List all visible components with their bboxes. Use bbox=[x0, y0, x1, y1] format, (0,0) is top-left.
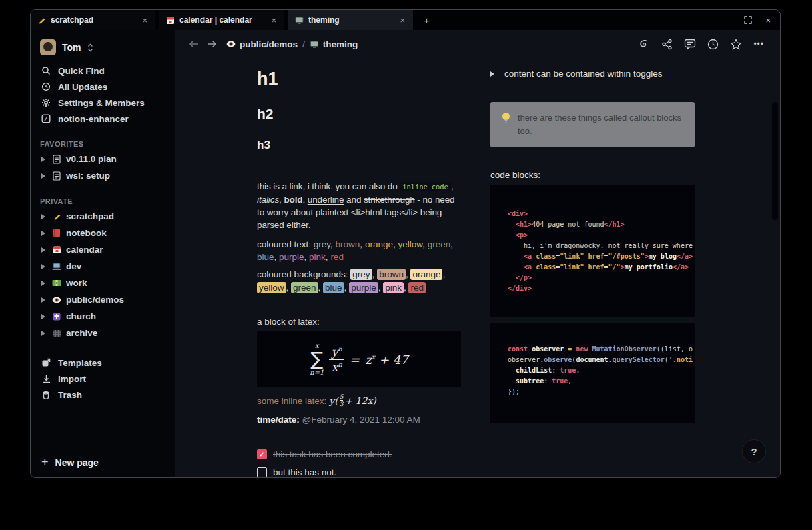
expand-toggle-icon[interactable] bbox=[41, 157, 45, 162]
calendar-icon bbox=[51, 245, 62, 254]
help-button[interactable]: ? bbox=[743, 440, 765, 463]
expand-toggle-icon[interactable] bbox=[41, 281, 45, 286]
trash-icon bbox=[40, 391, 52, 399]
sidebar-item-trash[interactable]: Trash bbox=[31, 387, 175, 403]
code-block-html[interactable]: <div> <h1>404 page not found</h1> <p> hi… bbox=[490, 185, 695, 317]
sidebar-item-label: v0.11.0 plan bbox=[66, 154, 117, 164]
coloured-chip: yellow bbox=[398, 239, 422, 249]
sidebar-item-church[interactable]: church bbox=[31, 308, 175, 325]
coloured-chip: grey bbox=[314, 239, 330, 249]
sidebar-item-wsl-setup[interactable]: wsl: setup bbox=[31, 167, 175, 184]
more-options-icon[interactable]: ••• bbox=[753, 39, 764, 49]
code-block-js[interactable]: const observer = new MutationObserver((l… bbox=[490, 323, 695, 423]
coloured-chip: green bbox=[428, 239, 451, 249]
new-page-button[interactable]: + New page bbox=[31, 447, 175, 477]
workspace-avatar bbox=[40, 39, 56, 55]
workspace-chevron-icon bbox=[87, 43, 93, 52]
breadcrumb-theming[interactable]: theming bbox=[310, 39, 358, 49]
tab-scratchpad[interactable]: scratchpad × bbox=[31, 10, 155, 30]
close-icon[interactable]: × bbox=[139, 15, 150, 25]
sidebar-item-notion-enhancer[interactable]: notion-enhancer bbox=[31, 111, 175, 127]
close-icon[interactable]: × bbox=[268, 15, 279, 25]
callout-block: there are these things called callout bl… bbox=[490, 102, 695, 147]
forward-arrow-icon[interactable] bbox=[206, 39, 217, 49]
expand-toggle-icon[interactable] bbox=[41, 247, 45, 253]
sidebar-item-label: wsl: setup bbox=[66, 171, 110, 181]
expand-toggle-icon[interactable] bbox=[41, 214, 45, 219]
sidebar-item-work[interactable]: work bbox=[31, 275, 175, 291]
favorites-section-label: FAVORITES bbox=[40, 140, 166, 148]
coloured-chip: blue bbox=[257, 252, 274, 262]
close-icon[interactable]: × bbox=[765, 15, 771, 25]
sidebar-item-calendar[interactable]: calendar bbox=[31, 241, 175, 258]
comment-icon[interactable] bbox=[684, 39, 696, 50]
expand-toggle-icon[interactable] bbox=[41, 314, 45, 319]
sidebar-item-label: Templates bbox=[58, 358, 102, 368]
private-section-label: PRIVATE bbox=[40, 197, 166, 205]
star-icon[interactable] bbox=[730, 39, 742, 50]
expand-toggle-icon[interactable] bbox=[41, 231, 45, 236]
tab-label: scratchpad bbox=[51, 15, 139, 25]
coloured-chip: orange bbox=[410, 269, 442, 280]
workspace-switcher[interactable]: Tom bbox=[36, 36, 170, 59]
sidebar-item-label: Trash bbox=[58, 390, 82, 400]
expand-toggle-icon[interactable] bbox=[41, 331, 45, 336]
sidebar-item-quick-find[interactable]: Quick Find bbox=[31, 63, 175, 79]
tab-calendar[interactable]: calendar | calendar × bbox=[159, 10, 284, 30]
checkbox-unchecked[interactable] bbox=[257, 467, 267, 477]
eye-icon bbox=[226, 41, 236, 47]
gear-icon bbox=[40, 98, 52, 107]
maximize-icon[interactable] bbox=[744, 16, 752, 24]
sidebar-item-import[interactable]: Import bbox=[31, 371, 175, 387]
date-mention[interactable]: @February 4, 2021 12:00 AM bbox=[302, 415, 420, 425]
scrollbar-thumb[interactable] bbox=[772, 102, 778, 220]
sidebar-item-dev[interactable]: dev bbox=[31, 258, 175, 275]
coloured-chip: grey bbox=[350, 269, 372, 280]
sidebar-item-public-demos[interactable]: public/demos bbox=[31, 291, 175, 308]
expand-toggle-icon[interactable] bbox=[41, 173, 45, 179]
checkbox-checked[interactable]: ✓ bbox=[257, 449, 267, 459]
coloured-chip: green bbox=[291, 282, 318, 293]
sidebar-item-notebook[interactable]: notebook bbox=[31, 225, 175, 241]
coloured-chip: pink bbox=[309, 252, 326, 262]
tab-theming[interactable]: theming × bbox=[288, 10, 413, 30]
sidebar-item-templates[interactable]: Templates bbox=[31, 355, 175, 371]
top-bar: public/demos / theming ••• bbox=[175, 30, 780, 58]
new-tab-button[interactable]: + bbox=[417, 15, 436, 26]
app-window: scratchpad × calendar | calendar × themi… bbox=[30, 9, 781, 478]
sidebar-item-scratchpad[interactable]: scratchpad bbox=[31, 208, 175, 225]
sidebar-item-v0110-plan[interactable]: v0.11.0 plan bbox=[31, 151, 175, 167]
coloured-chip: brown bbox=[377, 269, 406, 280]
focus-swirl-icon[interactable] bbox=[637, 38, 650, 50]
page-content: h1 h2 h3 this is a link, i think. you ca… bbox=[175, 58, 780, 478]
heading-h1: h1 bbox=[257, 67, 461, 90]
rich-text-paragraph: this is a link, i think. you can also do… bbox=[257, 180, 461, 231]
share-icon[interactable] bbox=[661, 39, 673, 50]
expand-toggle-icon[interactable] bbox=[41, 297, 45, 303]
lightbulb-icon bbox=[501, 112, 511, 138]
church-icon bbox=[51, 313, 62, 321]
inline-link[interactable]: link bbox=[290, 181, 303, 191]
sidebar-item-settings[interactable]: Settings & Members bbox=[31, 95, 175, 111]
code-blocks-label: code blocks: bbox=[490, 170, 695, 180]
right-column: content can be contained within toggles … bbox=[490, 58, 695, 478]
sidebar-item-label: archive bbox=[66, 328, 97, 338]
expand-toggle-icon[interactable] bbox=[41, 264, 45, 269]
coloured-chip: pink bbox=[383, 282, 404, 293]
sidebar-item-archive[interactable]: archive bbox=[31, 325, 175, 341]
plus-icon: + bbox=[41, 455, 49, 469]
toggle-triangle-icon[interactable] bbox=[490, 71, 494, 77]
coloured-chip: red bbox=[408, 282, 426, 293]
close-icon[interactable]: × bbox=[397, 15, 408, 25]
minimize-icon[interactable]: — bbox=[722, 15, 731, 25]
time-date-line: time/date: @February 4, 2021 12:00 AM bbox=[257, 415, 461, 425]
breadcrumb-public-demos[interactable]: public/demos bbox=[226, 39, 298, 49]
coloured-chip: purple bbox=[349, 282, 378, 293]
back-arrow-icon[interactable] bbox=[189, 39, 199, 49]
sidebar-item-all-updates[interactable]: All Updates bbox=[31, 79, 175, 95]
monitor-icon bbox=[310, 40, 319, 49]
toggle-block[interactable]: content can be contained within toggles bbox=[490, 69, 695, 79]
sum-symbol: ∑ bbox=[310, 350, 323, 369]
sidebar-item-label: church bbox=[66, 311, 96, 321]
clock-icon[interactable] bbox=[707, 39, 719, 50]
